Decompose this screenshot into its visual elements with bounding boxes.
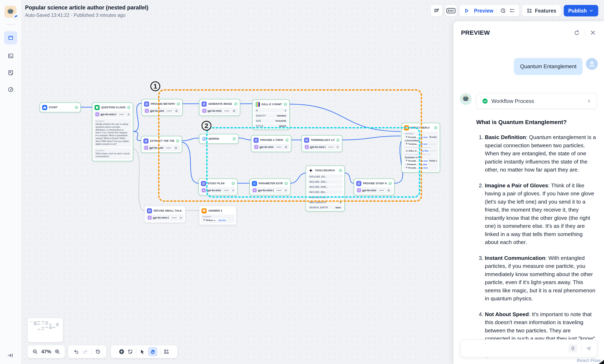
model-name: gpt-4o-mini — [150, 110, 164, 112]
collapse-sidebar-button[interactable] — [7, 352, 13, 359]
minimap-node — [53, 327, 55, 328]
answer-list-item: Imagine a Pair of Gloves: Think of it li… — [485, 182, 597, 247]
model-provider-icon — [148, 216, 152, 220]
model-row[interactable]: gpt-4o-miniCHAT — [143, 108, 181, 114]
sidebar-item-logs[interactable] — [4, 66, 17, 79]
model-provider-icon — [305, 145, 309, 149]
checklist-icon[interactable] — [509, 8, 515, 13]
node-start[interactable]: START — [40, 102, 81, 112]
preview-run-button[interactable]: Preview — [474, 8, 493, 14]
add-node-icon[interactable] — [119, 349, 125, 354]
node-extract-the-theme[interactable]: EXTRACT THE THEME.gpt-4o-miniCHAT — [141, 136, 182, 153]
assistant-message-row: Workflow Process What is Quantum Entangl… — [460, 93, 597, 364]
organize-nodes-icon[interactable] — [164, 349, 169, 354]
minimap-node — [56, 323, 59, 326]
annotation-circle-1: 1 — [150, 81, 160, 91]
divider — [91, 349, 92, 355]
node-study-plan[interactable]: STUDY PLANgpt-4o-mini-20...CHAT — [199, 178, 238, 195]
minimap-node — [41, 324, 44, 324]
node-title: QUESTION CLASSIFIER — [101, 106, 125, 109]
restart-chat-icon[interactable] — [574, 29, 580, 36]
run-history-icon[interactable] — [500, 8, 506, 13]
node-generate-image-prompt[interactable]: GENERATE IMAGE PRO...gpt-4o-miniCHAT — [199, 99, 240, 116]
gauge-icon — [8, 87, 14, 93]
node-direct-reply[interactable]: DIRECT REPLYANSWERProvide .../{x} text T… — [402, 123, 440, 173]
model-mode-badge: CHAT — [275, 188, 283, 192]
terminal-icon — [8, 53, 14, 59]
assistant-avatar — [460, 93, 472, 105]
redo-icon[interactable] — [82, 349, 88, 354]
env-button[interactable]: ENV — [445, 5, 457, 16]
param-row: INCLUDE_RAW... — [308, 195, 343, 199]
model-provider-icon — [144, 146, 148, 150]
minimap[interactable] — [27, 318, 63, 342]
node-question-classifier[interactable]: QUESTION CLASSIFIERgpt-4o-mini-20...CHAT… — [92, 102, 133, 161]
zoom-in-icon[interactable] — [54, 349, 60, 354]
node-provide-study-material[interactable]: PROVIDE STUDY MATER...gpt-4o-miniCHAT — [354, 178, 394, 195]
model-row[interactable]: gpt-4o-mini-20...CHAT — [303, 144, 340, 150]
sidebar-item-monitoring[interactable] — [4, 83, 17, 96]
robot-icon — [462, 95, 470, 103]
undo-icon[interactable] — [73, 349, 79, 354]
node-answer-2[interactable]: ANSWER 2ANSWERRefuse s.../{x} text — [199, 206, 237, 225]
chevron-down-icon — [589, 8, 594, 13]
minimap-node — [41, 327, 44, 328]
answer-list: Basic Definition: Quantum entanglement i… — [476, 133, 597, 359]
features-button[interactable]: Features — [522, 5, 561, 16]
model-row[interactable]: gpt-4o-mini-20...CHAT — [251, 187, 289, 193]
chat-x-icon — [434, 8, 440, 13]
zoom-out-icon[interactable] — [32, 349, 38, 354]
chat-input[interactable]: 0 — [460, 339, 597, 357]
zoom-level[interactable]: 47% — [41, 349, 51, 354]
node-dalle-3-painting[interactable]: DALL-E 3 PAINTINGN1QUALITYstandardSIZEho… — [252, 100, 290, 130]
node-provide-metaphors[interactable]: PROVIDE METAPHORS A...gpt-4o-miniCHAT — [141, 99, 183, 116]
llm-icon — [356, 181, 361, 186]
version-history-icon[interactable] — [95, 349, 101, 354]
model-row[interactable]: gpt-4o-mini-20...CHAT — [146, 214, 184, 221]
sidebar-item-api[interactable] — [4, 49, 17, 63]
node-title: PROVIDE A TOPIC FROM... — [260, 139, 284, 141]
workflow-status: Auto-Saved 13:41:22 · Published 3 minute… — [25, 13, 148, 18]
node-tavilysearch[interactable]: TAVILYSEARCHEXCLUDE_DO...INCLUDE_ANS...I… — [306, 165, 345, 211]
send-icon[interactable] — [585, 345, 592, 352]
node-title: DALL-E 3 PAINTING — [262, 103, 282, 106]
model-mode-badge: CHAT — [378, 188, 386, 192]
serper-icon: S — [201, 136, 207, 141]
model-mode-badge: CHAT — [223, 109, 231, 113]
close-icon[interactable] — [590, 29, 596, 36]
param-row: INCLUDE_ANS... — [308, 179, 343, 184]
hand-mode-button[interactable] — [148, 347, 157, 356]
node-terminology-literacy[interactable]: TERMINOLOGY LITERACYgpt-4o-mini-20...CHA… — [302, 135, 342, 152]
model-name: gpt-4o-mini-20... — [153, 216, 169, 219]
publish-button[interactable]: Publish — [564, 5, 598, 16]
answer-box: ANSWERProvide .../{x} text Terminology D… — [403, 131, 438, 171]
node-title: EXTRACT THE THEME. — [150, 139, 174, 142]
model-row[interactable]: gpt-4o-mini-20...CHAT — [94, 111, 131, 117]
sidebar-item-orchestrate[interactable] — [4, 31, 17, 44]
minimap-node — [34, 322, 37, 325]
workflow-process-toggle[interactable]: Workflow Process — [476, 93, 597, 109]
model-config-icon — [232, 189, 234, 192]
node-title: ANSWER 2 — [208, 209, 234, 212]
model-row[interactable]: gpt-4o-miniCHAT — [253, 144, 289, 150]
node-title: STUDY PLAN — [208, 182, 230, 185]
node-provide-a-topic[interactable]: PROVIDE A TOPIC FROM...gpt-4o-miniCHAT — [251, 135, 291, 152]
node-parameter-extractor[interactable]: PARAMETER EXTRACTORgpt-4o-mini-20...CHAT — [249, 178, 290, 195]
minimap-node — [41, 329, 44, 330]
sidebar-divider — [6, 24, 15, 25]
minimap-node — [38, 329, 40, 330]
add-note-icon[interactable] — [127, 349, 133, 354]
pointer-mode-icon[interactable] — [139, 349, 145, 354]
node-refuse-small-talk[interactable]: REFUSE SMALL TALK.gpt-4o-mini-20...CHAT — [144, 206, 186, 223]
robot-icon — [6, 8, 15, 16]
model-row[interactable]: gpt-4o-miniCHAT — [201, 108, 238, 114]
model-row[interactable]: gpt-4o-mini-20...CHAT — [200, 187, 236, 193]
minimap-node — [49, 326, 52, 329]
minimap-node — [41, 321, 44, 322]
chat-annotation-button[interactable] — [431, 5, 442, 16]
model-row[interactable]: gpt-4o-miniCHAT — [143, 145, 180, 151]
minimap-node — [49, 324, 52, 325]
model-row[interactable]: gpt-4o-miniCHAT — [356, 187, 393, 193]
node-serper[interactable]: SSERPER — [199, 134, 239, 144]
chevron-right-icon — [587, 99, 591, 103]
